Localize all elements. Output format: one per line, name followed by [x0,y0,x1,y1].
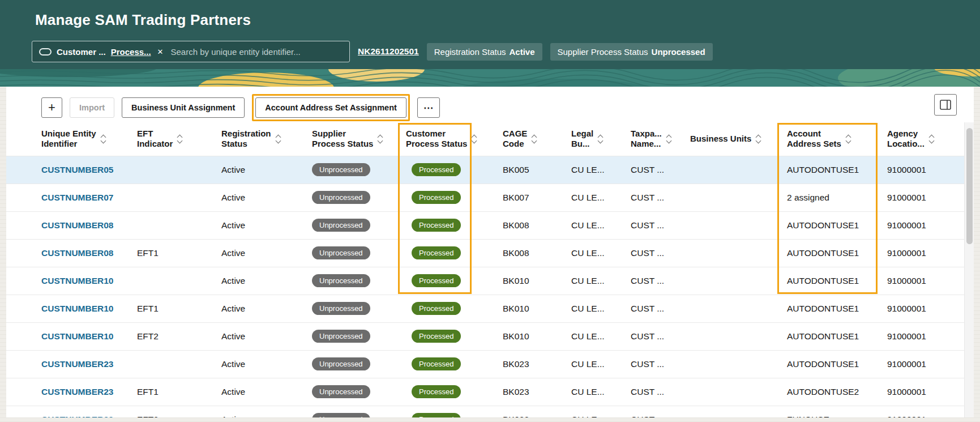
status-badge-unprocessed: Unprocessed [312,357,370,370]
taxpayer-name-cell: CUST ... [625,406,684,417]
agency-location-cell: 91000001 [881,295,964,322]
more-actions-button[interactable]: ⋯ [417,97,440,118]
add-button[interactable]: + [41,97,62,118]
supplier-process-status-cell: Unprocessed [306,350,400,378]
sort-icon[interactable] [378,135,382,143]
column-header-label: Business Units [690,134,751,144]
import-button[interactable]: Import [70,97,114,118]
column-header[interactable]: EFT Indicator [131,122,216,156]
scrollbar-thumb[interactable] [966,128,973,244]
table-row[interactable]: CUSTNUMBER05 Active Unprocessed Processe… [6,156,964,184]
table-row[interactable]: CUSTNUMBER23 EFT1 Active Unprocessed Pro… [6,378,964,406]
column-header[interactable]: Taxpa... Name... [625,122,684,156]
sort-icon[interactable] [930,135,934,143]
chevron-down-icon [177,138,183,143]
business-units-cell [684,322,781,350]
column-header[interactable]: Registration Status [216,122,306,156]
uei-link[interactable]: CUSTNUMBER08 [41,248,113,258]
status-badge-unprocessed: Unprocessed [312,274,370,287]
unique-entity-identifier-cell: CUSTNUMBER08 [6,211,131,239]
sort-icon[interactable] [178,135,182,143]
status-badge-processed: Processed [412,191,461,204]
sort-icon[interactable] [598,135,602,143]
uei-link[interactable]: CUSTNUMBER23 [41,415,113,417]
uei-link[interactable]: CUSTNUMBER07 [41,193,113,202]
chevron-down-icon [666,138,671,143]
status-badge-processed: Processed [412,385,461,398]
column-header[interactable]: Legal Bu... [566,122,625,156]
eft-indicator-cell: EFT2 [131,322,216,350]
table-row[interactable]: CUSTNUMBER08 EFT1 Active Unprocessed Pro… [6,239,964,267]
chip-value: Unprocessed [652,47,705,57]
unique-entity-identifier-cell: CUSTNUMBER23 [6,406,131,417]
column-header[interactable]: CAGE Code [497,122,566,156]
column-header[interactable]: Agency Locatio... [881,122,964,156]
agency-location-cell: 91000001 [881,350,964,378]
column-header[interactable]: Supplier Process Status [306,122,400,156]
uei-link[interactable]: CUSTNUMBER23 [41,359,113,369]
filter-chip-registration-status[interactable]: Registration Status Active [427,43,542,61]
filter-chip-supplier-process-status[interactable]: Supplier Process Status Unprocessed [550,43,713,61]
registration-status-cell: Active [216,322,306,350]
table-row[interactable]: CUSTNUMBER10 EFT2 Active Unprocessed Pro… [6,322,964,350]
column-header[interactable]: Customer Process Status [400,122,497,156]
business-unit-assignment-button[interactable]: Business Unit Assignment [122,97,245,118]
sort-icon[interactable] [846,135,850,143]
status-badge-processed: Processed [412,302,461,315]
vertical-scrollbar[interactable] [964,122,974,417]
sort-icon[interactable] [101,135,105,143]
unique-entity-identifier-cell: CUSTNUMBER10 [6,295,131,322]
eft-indicator-cell [131,350,216,378]
page: Manage SAM Trading Partners Customer ...… [0,0,980,417]
uei-link[interactable]: CUSTNUMBER08 [41,220,113,230]
table-row[interactable]: CUSTNUMBER10 Active Unprocessed Processe… [6,267,964,295]
column-header-label: Registration Status [221,129,271,150]
clear-token-icon[interactable]: ✕ [156,48,165,56]
uei-link[interactable]: CUSTNUMBER10 [41,331,113,341]
agency-location-cell: 91000001 [881,378,964,406]
saved-search-link[interactable]: NK2611202501 [358,46,419,57]
cage-code-cell: BK010 [497,322,566,350]
legal-business-cell: CU LE... [566,239,625,267]
uei-link[interactable]: CUSTNUMBER23 [41,387,113,397]
search-input[interactable] [169,46,343,57]
search-token-customer[interactable]: Customer ... [57,47,106,57]
chevron-down-icon [275,138,281,143]
uei-link[interactable]: CUSTNUMBER10 [41,304,113,313]
agency-location-cell: 91000001 [881,184,964,211]
panel-toggle-button[interactable] [934,94,957,116]
search-token-process[interactable]: Process... [111,47,151,57]
search-box[interactable]: Customer ... Process... ✕ [32,41,350,62]
account-address-sets-cell: AUTODONTUSE1 [781,295,881,322]
column-header[interactable]: Account Address Sets [781,122,881,156]
uei-link[interactable]: CUSTNUMBER10 [41,276,113,285]
app-header: Manage SAM Trading Partners Customer ...… [0,0,980,69]
table-row[interactable]: CUSTNUMBER07 Active Unprocessed Processe… [6,184,964,211]
table-row[interactable]: CUSTNUMBER10 EFT1 Active Unprocessed Pro… [6,295,964,322]
customer-process-status-cell: Processed [400,156,497,184]
sort-icon[interactable] [276,135,280,143]
taxpayer-name-cell: CUST ... [625,267,684,295]
column-header[interactable]: Business Units [684,122,781,156]
eft-indicator-cell: EFT1 [131,378,216,406]
status-badge-unprocessed: Unprocessed [312,413,370,417]
status-badge-unprocessed: Unprocessed [312,163,370,176]
unique-entity-identifier-cell: CUSTNUMBER10 [6,322,131,350]
column-header-label: Supplier Process Status [312,129,373,150]
sort-icon[interactable] [472,135,476,143]
chevron-down-icon [100,138,106,143]
column-header[interactable]: Unique Entity Identifier [6,122,131,156]
table-body: CUSTNUMBER05 Active Unprocessed Processe… [6,156,964,417]
sort-icon[interactable] [532,135,536,143]
account-address-set-assignment-button[interactable]: Account Address Set Assignment [255,97,406,118]
eft-indicator-cell: EFT1 [131,295,216,322]
table-row[interactable]: CUSTNUMBER23 EFT2 Active Unprocessed Pro… [6,406,964,417]
sort-icon[interactable] [667,135,671,143]
uei-link[interactable]: CUSTNUMBER05 [41,165,113,174]
search-filter-toggle-icon[interactable] [39,48,52,56]
table-row[interactable]: CUSTNUMBER23 Active Unprocessed Processe… [6,350,964,378]
table-row[interactable]: CUSTNUMBER08 Active Unprocessed Processe… [6,211,964,239]
customer-process-status-cell: Processed [400,350,497,378]
sort-icon[interactable] [756,135,760,143]
account-address-sets-cell: FUNCUSE [781,406,881,417]
